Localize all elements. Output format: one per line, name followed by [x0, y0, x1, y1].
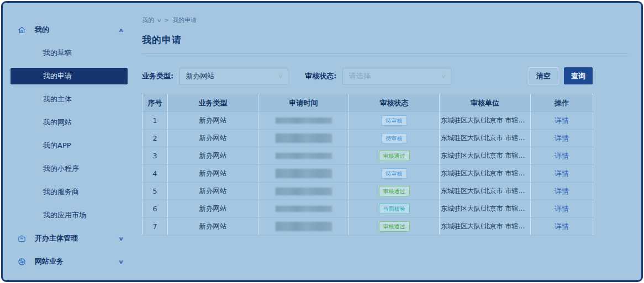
sidebar-group-app-biz[interactable]: APP业务∨ [10, 276, 128, 282]
redacted-time-blur [276, 222, 332, 231]
globe-icon [17, 257, 27, 266]
redacted-time-blur [276, 118, 332, 124]
redacted-time-blur [276, 169, 332, 178]
breadcrumb-separator: > [165, 17, 169, 23]
status-badge: 待审核 [382, 133, 407, 144]
column-header: 序号 [142, 94, 168, 112]
status-badge: 审核通过 [379, 186, 410, 197]
status-badge: 当面核验 [379, 204, 410, 215]
column-header: 业务类型 [168, 94, 258, 112]
business-type-cell: 新办网站 [168, 112, 258, 130]
review-status-label: 审核状态: [305, 71, 336, 81]
review-status-cell: 审核通过 [349, 218, 440, 236]
detail-link[interactable]: 详情 [555, 152, 569, 160]
review-unit-cell: 东城驻区大队(北京市 市辖区 ... [440, 112, 531, 130]
chevron-down-icon: ∨ [277, 73, 283, 79]
row-index: 5 [142, 183, 168, 200]
action-cell: 详情 [531, 200, 593, 218]
query-button[interactable]: 查询 [564, 67, 593, 84]
column-header: 操作 [531, 94, 593, 112]
detail-link[interactable]: 详情 [555, 116, 569, 125]
table-row: 2新办网站待审核东城驻区大队(北京市 市辖区 ...详情 [142, 130, 593, 147]
review-status-cell: 当面核验 [349, 200, 440, 218]
sidebar-item[interactable]: 我的应用市场 [10, 207, 128, 223]
redacted-time-blur [276, 206, 332, 212]
page-title: 我的申请 [142, 34, 629, 46]
sidebar-item[interactable]: 我的草稿 [10, 45, 128, 61]
status-badge: 审核通过 [379, 151, 410, 162]
review-unit-cell: 东城驻区大队(北京市 市辖区 ... [440, 200, 531, 218]
sidebar-group-mine[interactable]: 我的∧ [10, 22, 128, 38]
business-type-cell: 新办网站 [168, 165, 258, 183]
application-time-cell [258, 130, 349, 147]
table-row: 3新办网站审核通过东城驻区大队(北京市 市辖区 ...详情 [142, 147, 593, 165]
app-window: 我的∧我的草稿我的申请我的主体我的网站我的APP我的小程序我的服务商我的应用市场… [1, 1, 643, 282]
row-index: 1 [142, 112, 168, 130]
business-type-cell: 新办网站 [168, 183, 258, 200]
breadcrumb-root[interactable]: 我的 [142, 16, 154, 24]
sidebar-group-label: APP业务 [35, 280, 65, 282]
sidebar-item[interactable]: 我的申请 [10, 68, 128, 84]
row-index: 3 [142, 147, 168, 165]
application-time-cell [258, 112, 349, 130]
action-cell: 详情 [531, 165, 593, 183]
detail-link[interactable]: 详情 [555, 134, 569, 142]
action-cell: 详情 [531, 218, 593, 236]
sidebar-item[interactable]: 我的网站 [10, 114, 128, 131]
detail-link[interactable]: 详情 [555, 205, 569, 213]
table-body: 1新办网站待审核东城驻区大队(北京市 市辖区 ...详情2新办网站待审核东城驻区… [142, 112, 593, 236]
row-index: 7 [142, 218, 168, 236]
redacted-time-blur [276, 134, 332, 143]
sidebar-item[interactable]: 我的主体 [10, 91, 128, 108]
title-divider [142, 54, 628, 54]
sidebar-group-label: 开办主体管理 [35, 233, 78, 243]
review-status-cell: 审核通过 [349, 147, 440, 165]
action-cell: 详情 [531, 183, 593, 200]
clear-button[interactable]: 清空 [529, 67, 558, 84]
chevron-down-icon: ∨ [157, 18, 162, 23]
detail-link[interactable]: 详情 [555, 169, 569, 178]
table-header: 序号业务类型申请时间审核状态审核单位操作 [142, 94, 593, 112]
review-status-cell: 待审核 [349, 130, 440, 147]
detail-link[interactable]: 详情 [555, 222, 569, 231]
table-row: 1新办网站待审核东城驻区大队(北京市 市辖区 ...详情 [142, 112, 593, 130]
redacted-time-blur [276, 188, 332, 195]
applications-table: 序号业务类型申请时间审核状态审核单位操作 1新办网站待审核东城驻区大队(北京市 … [142, 94, 593, 236]
sidebar: 我的∧我的草稿我的申请我的主体我的网站我的APP我的小程序我的服务商我的应用市场… [3, 3, 135, 280]
review-status-select[interactable]: 请选择 ∨ [342, 68, 451, 84]
chevron-down-icon: ∨ [118, 282, 124, 282]
review-unit-cell: 东城驻区大队(北京市 市辖区 ... [440, 218, 531, 236]
review-status-cell: 待审核 [349, 165, 440, 183]
redacted-time-blur [276, 153, 332, 159]
table-row: 7新办网站审核通过东城驻区大队(北京市 市辖区 ...详情 [142, 218, 593, 236]
review-status-cell: 审核通过 [349, 183, 440, 200]
sidebar-item[interactable]: 我的APP [10, 137, 128, 154]
sidebar-group-subject-mgmt[interactable]: 开办主体管理∨ [10, 230, 128, 247]
detail-link[interactable]: 详情 [555, 187, 569, 195]
sidebar-item[interactable]: 我的小程序 [10, 161, 128, 177]
action-cell: 详情 [531, 130, 593, 147]
sidebar-group-label: 网站业务 [35, 257, 64, 266]
business-type-label: 业务类型: [142, 71, 173, 81]
table-row: 6新办网站当面核验东城驻区大队(北京市 市辖区 ...详情 [142, 200, 593, 218]
main-content: 我的 ∨ > 我的申请 我的申请 业务类型: 新办网站 ∨ 审核状态: 请选择 … [135, 3, 641, 280]
review-unit-cell: 东城驻区大队(北京市 市辖区 ... [440, 165, 531, 183]
business-type-select[interactable]: 新办网站 ∨ [180, 68, 288, 84]
application-time-cell [258, 147, 349, 165]
row-index: 2 [142, 130, 168, 147]
column-header: 申请时间 [258, 94, 349, 112]
row-index: 4 [142, 165, 168, 183]
breadcrumb-current: 我的申请 [172, 16, 197, 24]
review-status-placeholder: 请选择 [349, 71, 370, 81]
business-type-cell: 新办网站 [168, 218, 258, 236]
chevron-down-icon: ∨ [118, 259, 124, 265]
column-header: 审核状态 [349, 94, 440, 112]
business-type-value: 新办网站 [186, 71, 214, 81]
business-type-cell: 新办网站 [168, 130, 258, 147]
sidebar-item[interactable]: 我的服务商 [10, 184, 128, 200]
sidebar-group-website-biz[interactable]: 网站业务∨ [10, 253, 128, 270]
home-icon [17, 25, 27, 35]
action-cell: 详情 [531, 112, 593, 130]
application-time-cell [258, 218, 349, 236]
status-badge: 审核通过 [379, 221, 410, 232]
